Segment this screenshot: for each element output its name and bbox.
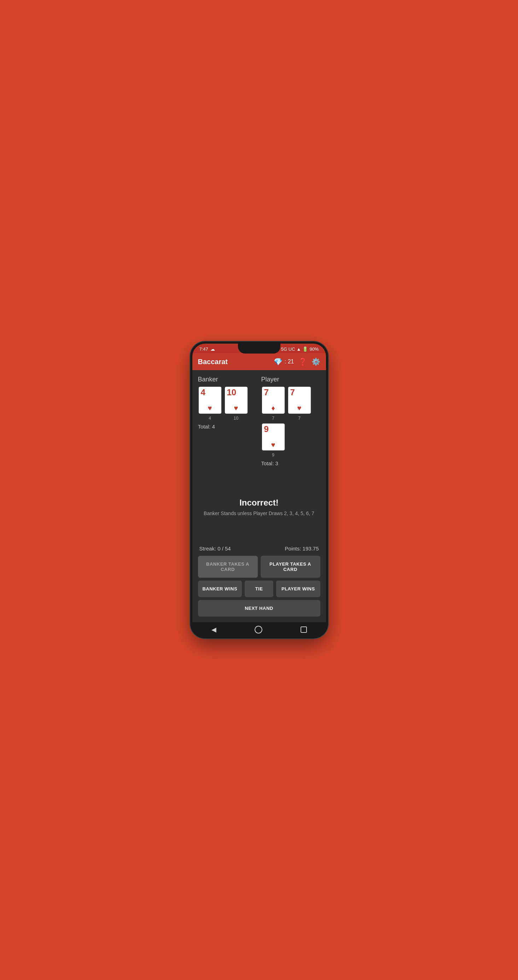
battery-label: 90% [309, 347, 319, 352]
gem-score-value: : 21 [285, 358, 294, 365]
banker-label: Banker [198, 376, 257, 383]
player-card-1: 7 ♦ 7 [261, 386, 285, 421]
feedback-section: Incorrect! Banker Stands unless Player D… [198, 472, 320, 546]
banker-card-value-1: 4 ♥ [198, 386, 222, 414]
player-section: Player 7 ♦ 7 7 ♥ 7 [261, 376, 320, 466]
banker-card-1: 4 ♥ 4 [198, 386, 222, 421]
player-takes-card-button[interactable]: PLAYER TAKES A CARD [261, 556, 320, 578]
banker-cards: 4 ♥ 4 10 ♥ 10 [198, 386, 257, 421]
banker-card-value-2: 10 ♥ [224, 386, 248, 414]
app-bar-right: 💎 : 21 ❓ ⚙️ [274, 358, 320, 366]
network-label: 5G UC [281, 347, 295, 352]
back-button[interactable]: ◀ [212, 626, 217, 633]
gear-icon: ⚙️ [311, 358, 320, 366]
player-wins-button[interactable]: PLAYER WINS [276, 581, 320, 597]
player-cards: 7 ♦ 7 7 ♥ 7 9 [261, 386, 320, 458]
next-hand-button[interactable]: NEXT HAND [198, 600, 320, 617]
banker-section: Banker 4 ♥ 4 10 ♥ 10 [198, 376, 257, 466]
player-label: Player [261, 376, 320, 383]
top-btn-row: BANKER TAKES A CARD PLAYER TAKES A CARD [198, 556, 320, 578]
notch [238, 344, 281, 353]
app-bar: Baccarat 💎 : 21 ❓ ⚙️ [192, 353, 326, 370]
help-icon: ❓ [298, 358, 307, 366]
gem-score: 💎 : 21 [274, 358, 294, 366]
status-left: 7:47 ☁ [199, 347, 215, 352]
hands-row: Banker 4 ♥ 4 10 ♥ 10 [198, 376, 320, 466]
stats-row: Streak: 0 / 54 Points: 193.75 [198, 546, 320, 552]
recents-button[interactable] [301, 627, 307, 633]
home-button[interactable] [255, 626, 262, 633]
gem-icon: 💎 [274, 358, 282, 366]
main-content: Banker 4 ♥ 4 10 ♥ 10 [192, 370, 326, 622]
help-button[interactable]: ❓ [298, 358, 307, 366]
status-time: 7:47 [199, 347, 208, 352]
banker-total: Total: 4 [198, 423, 257, 430]
bottom-btn-row: NEXT HAND [198, 600, 320, 617]
feedback-subtitle: Banker Stands unless Player Draws 2, 3, … [204, 511, 314, 516]
banker-wins-button[interactable]: BANKER WINS [198, 581, 242, 597]
battery-icon: 🔋 [302, 347, 308, 352]
player-total: Total: 3 [261, 460, 320, 466]
tie-button[interactable]: TIE [245, 581, 273, 597]
signal-icon: ▲ [296, 347, 301, 352]
phone-frame: 7:47 ☁ 5G UC ▲ 🔋 90% Baccarat 💎 : 21 ❓ ⚙… [190, 342, 328, 638]
settings-button[interactable]: ⚙️ [311, 358, 320, 366]
player-card-3: 9 ♥ 9 [261, 423, 285, 458]
banker-card-2: 10 ♥ 10 [224, 386, 248, 421]
buttons-section: BANKER TAKES A CARD PLAYER TAKES A CARD … [198, 556, 320, 617]
banker-takes-card-button[interactable]: BANKER TAKES A CARD [198, 556, 258, 578]
bottom-nav: ◀ [192, 622, 326, 636]
status-right: 5G UC ▲ 🔋 90% [281, 347, 319, 352]
streak-label: Streak: 0 / 54 [199, 546, 231, 552]
cloud-icon: ☁ [210, 347, 215, 352]
points-label: Points: 193.75 [285, 546, 319, 552]
app-title: Baccarat [198, 358, 228, 366]
player-card-2: 7 ♥ 7 [287, 386, 311, 421]
feedback-title: Incorrect! [239, 498, 279, 508]
middle-btn-row: BANKER WINS TIE PLAYER WINS [198, 581, 320, 597]
